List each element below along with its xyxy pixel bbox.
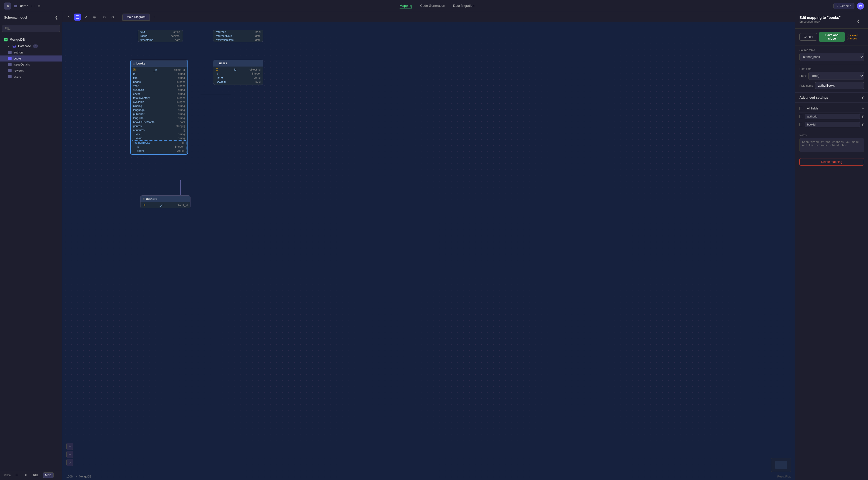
bookid-checkbox[interactable] [799, 123, 803, 126]
field-type: object_id [174, 68, 185, 71]
node-row: rating decimal [138, 34, 183, 38]
field-type: string [178, 133, 185, 136]
advanced-settings-header[interactable]: Advanced settings ❮ [795, 93, 868, 103]
authorid-expand-icon[interactable]: ❮ [862, 115, 864, 118]
bookid-input[interactable] [805, 122, 860, 127]
add-node-tool[interactable]: ⊕ [91, 13, 98, 21]
connect-tool[interactable]: ⤢ [83, 13, 90, 21]
sidebar-title: Schema model [4, 15, 27, 19]
field-row-bookid: ❮ [799, 121, 864, 129]
tab-label: Main Diagram [127, 15, 146, 19]
users-node-header: :: users [213, 60, 263, 67]
source-table-label: Source table [799, 48, 864, 52]
field-name: year [133, 84, 138, 88]
sidebar-item-issuedetails[interactable]: issueDetails [0, 62, 62, 68]
add-field-button[interactable]: + [862, 106, 864, 111]
field-name: id [137, 145, 139, 148]
root-path-section: Root path Prefix (root) Field name [795, 64, 868, 93]
mongodb-label: MongoDB [9, 38, 25, 41]
sidebar-item-database[interactable]: ▼ Database 5 [0, 43, 62, 49]
folder-icon-books [8, 57, 11, 60]
diagram-canvas[interactable]: text string rating decimal timestamp dat… [62, 22, 795, 480]
prefix-select[interactable]: (root) [808, 72, 864, 80]
main-layout: Schema model ❮ M MongoDB ▼ Database 5 au… [0, 12, 868, 480]
avatar[interactable]: W [857, 2, 864, 9]
delete-mapping-button[interactable]: Delete mapping [799, 158, 864, 166]
sidebar-item-mongodb[interactable]: M MongoDB [0, 36, 62, 43]
field-name: language [133, 108, 145, 111]
advanced-settings-collapse-icon[interactable]: ❮ [862, 96, 864, 99]
view-grid-btn[interactable]: ⊞ [22, 472, 29, 478]
field-name-input[interactable] [815, 82, 864, 90]
tab-data-migration[interactable]: Data Migration [453, 3, 474, 9]
authorid-checkbox[interactable] [799, 115, 803, 118]
database-label: Database [18, 44, 31, 48]
fit-view-button[interactable]: ⤢ [66, 459, 73, 466]
more-menu-icon[interactable]: ⋯ [31, 3, 35, 8]
topbar: demo ⋯ ⚙ Mapping Code Generation Data Mi… [0, 0, 868, 12]
help-button[interactable]: ? Get help [833, 3, 855, 9]
node-row: authorBooks[] [132, 141, 186, 145]
field-type: string [254, 76, 260, 79]
panel-collapse-button[interactable]: ❮ [853, 15, 864, 26]
source-table-select[interactable]: author_book [799, 53, 864, 61]
node-row: yearinteger [131, 84, 187, 88]
save-close-button[interactable]: Save and close [819, 32, 844, 42]
node-row: idinteger [213, 72, 263, 75]
topbar-nav: Mapping Code Generation Data Migration [44, 3, 830, 9]
tab-mapping[interactable]: Mapping [400, 3, 412, 9]
sidebar-item-books[interactable]: books [0, 56, 62, 62]
node-row: ⚿ _id object_id [131, 68, 187, 72]
home-button[interactable] [4, 2, 11, 9]
notes-textarea[interactable] [799, 138, 864, 152]
field-name: name [216, 76, 223, 79]
db-type-label: MongoDB [79, 475, 91, 478]
authors-node[interactable]: :: authors ⚿ _id object_id [140, 195, 190, 208]
field-name: returned [216, 30, 226, 33]
books-node-header: :: books [131, 60, 187, 67]
undo-button[interactable]: ↺ [101, 13, 108, 21]
node-row: synopsisstring [131, 88, 187, 92]
panel-title: Edit mapping to "books" [799, 15, 841, 20]
topbar-left: demo ⋯ ⚙ [4, 2, 41, 9]
field-name-label: Field name [799, 84, 813, 87]
pointer-tool[interactable]: ↖ [65, 13, 72, 21]
node-row: publisherstring [131, 112, 187, 116]
field-name: synopsis [133, 89, 144, 91]
select-tool[interactable] [74, 13, 81, 21]
svg-rect-2 [76, 15, 79, 19]
diagram-tab-bar: ↖ ⤢ ⊕ ↺ ↻ Main Diagram + [62, 12, 795, 22]
field-type: string [178, 137, 185, 140]
cancel-button[interactable]: Cancel [799, 33, 817, 41]
sidebar-filter [2, 25, 60, 32]
sidebar-item-reviews[interactable]: reviews [0, 68, 62, 74]
authorid-input[interactable] [805, 114, 860, 119]
books-node[interactable]: :: books ⚿ _id object_id idstring titles… [130, 60, 188, 155]
settings-icon[interactable]: ⚙ [37, 4, 41, 8]
zoom-out-button[interactable]: − [66, 451, 73, 458]
tab-code-generation[interactable]: Code Generation [420, 3, 445, 9]
add-tab-button[interactable]: + [151, 15, 157, 19]
field-type: bool [255, 80, 260, 83]
view-mdb-btn[interactable]: MDB [43, 473, 54, 478]
svg-point-1 [13, 45, 16, 46]
sidebar-item-users[interactable]: users [0, 74, 62, 79]
view-list-btn[interactable]: ☰ [13, 472, 20, 478]
main-diagram-tab[interactable]: Main Diagram [122, 13, 150, 21]
redo-button[interactable]: ↻ [109, 13, 116, 21]
field-type: string [178, 89, 185, 91]
sidebar-label-users: users [13, 75, 21, 78]
field-type: integer [177, 100, 185, 103]
node-row: timestamp date [138, 38, 183, 42]
bookid-expand-icon[interactable]: ❮ [862, 123, 864, 126]
field-name: binding [133, 104, 142, 107]
books-title: books [136, 62, 145, 65]
users-node[interactable]: :: users ⚿ _id object_id idinteger names… [213, 60, 264, 85]
sidebar-item-authors[interactable]: authors [0, 49, 62, 56]
field-name: bookOfTheMonth [133, 121, 155, 124]
all-fields-checkbox[interactable] [799, 107, 803, 110]
sidebar-collapse-icon[interactable]: ❮ [55, 15, 58, 20]
view-rel-btn[interactable]: REL [31, 473, 41, 478]
zoom-in-button[interactable]: + [66, 443, 73, 450]
filter-input[interactable] [2, 25, 60, 32]
